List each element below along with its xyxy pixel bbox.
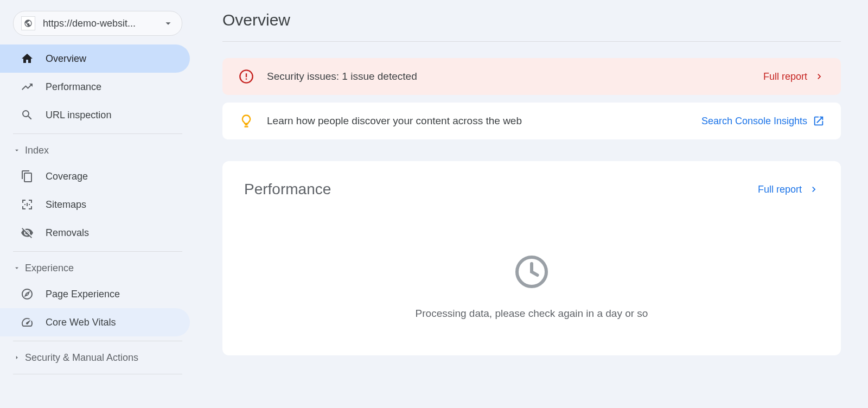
sitemap-icon: [21, 198, 34, 211]
performance-empty-message: Processing data, please check again in a…: [416, 308, 648, 320]
insights-text: Learn how people discover your content a…: [267, 115, 701, 127]
nav-url-inspection[interactable]: URL inspection: [0, 101, 190, 129]
visibility-off-icon: [21, 226, 34, 239]
trending-icon: [21, 80, 34, 93]
security-alert-card: Security issues: 1 issue detected Full r…: [222, 58, 841, 95]
nav-performance[interactable]: Performance: [0, 73, 190, 101]
globe-icon: [21, 16, 35, 30]
nav-coverage[interactable]: Coverage: [0, 162, 190, 190]
home-icon: [21, 52, 34, 65]
section-security[interactable]: Security & Manual Actions: [0, 346, 195, 369]
alert-text: Security issues: 1 issue detected: [267, 71, 763, 82]
insights-card: Learn how people discover your content a…: [222, 103, 841, 139]
nav-label: Page Experience: [46, 289, 120, 300]
divider: [13, 133, 182, 134]
caret-down-icon: [13, 146, 25, 154]
caret-down-icon: [13, 264, 25, 272]
property-label: https://demo-websit...: [43, 18, 162, 29]
caret-right-icon: [13, 354, 25, 361]
property-selector[interactable]: https://demo-websit...: [13, 11, 182, 36]
nav-label: URL inspection: [46, 110, 111, 121]
copy-icon: [21, 170, 34, 183]
action-label: Full report: [763, 71, 807, 82]
action-label: Search Console Insights: [701, 116, 807, 127]
performance-full-report-link[interactable]: Full report: [758, 184, 819, 195]
nav-removals[interactable]: Removals: [0, 219, 190, 247]
insights-link[interactable]: Search Console Insights: [701, 115, 825, 127]
chevron-down-icon: [162, 17, 174, 29]
nav-label: Performance: [46, 81, 101, 93]
nav-label: Removals: [46, 227, 89, 239]
compass-icon: [21, 288, 34, 301]
section-label: Index: [25, 145, 49, 156]
divider: [13, 251, 182, 252]
nav-label: Coverage: [46, 171, 88, 182]
section-experience[interactable]: Experience: [0, 256, 195, 280]
performance-empty-state: Processing data, please check again in a…: [244, 220, 819, 336]
sidebar: https://demo-websit... Overview Performa…: [0, 0, 195, 408]
nav-page-experience[interactable]: Page Experience: [0, 280, 190, 308]
nav-sitemaps[interactable]: Sitemaps: [0, 190, 190, 219]
section-index[interactable]: Index: [0, 138, 195, 162]
divider: [13, 341, 182, 341]
clock-icon: [512, 252, 551, 291]
search-icon: [21, 109, 34, 122]
nav-label: Core Web Vitals: [46, 317, 116, 328]
speed-icon: [21, 316, 34, 329]
alert-icon: [239, 69, 254, 84]
nav-label: Sitemaps: [46, 199, 86, 211]
section-label: Experience: [25, 263, 74, 274]
chevron-right-icon: [814, 71, 825, 82]
divider: [13, 374, 182, 374]
performance-header: Performance Full report: [244, 181, 819, 198]
external-link-icon: [813, 115, 825, 127]
lightbulb-icon: [239, 113, 254, 129]
section-label: Security & Manual Actions: [25, 352, 138, 364]
page-title: Overview: [222, 11, 841, 42]
full-report-link[interactable]: Full report: [763, 71, 825, 82]
performance-title: Performance: [244, 181, 758, 198]
chevron-right-icon: [808, 184, 819, 195]
performance-card: Performance Full report Processing data,…: [222, 161, 841, 355]
nav-overview[interactable]: Overview: [0, 44, 190, 73]
nav-core-web-vitals[interactable]: Core Web Vitals: [0, 308, 190, 336]
nav-label: Overview: [46, 53, 86, 65]
main-content: Overview Security issues: 1 issue detect…: [195, 0, 868, 408]
action-label: Full report: [758, 184, 802, 195]
